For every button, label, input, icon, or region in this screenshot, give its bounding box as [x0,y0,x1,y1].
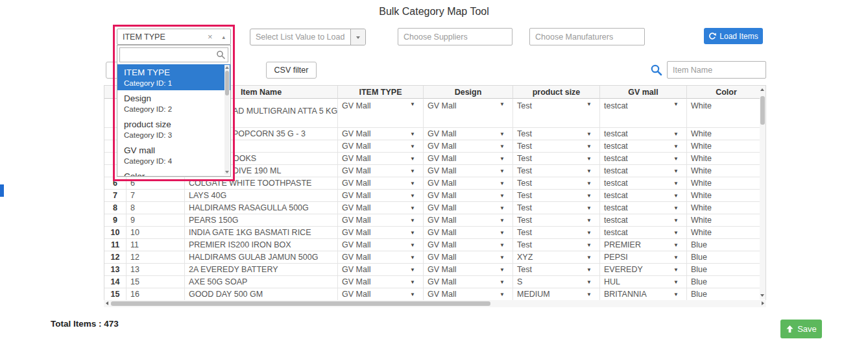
design-select[interactable]: GV Mall▼ [424,165,513,177]
scroll-left-icon[interactable] [106,301,108,305]
gv-mall-select[interactable]: EVEREDY▼ [600,264,687,276]
product-size-select[interactable]: Test▼ [513,165,600,177]
item-type-select[interactable]: GV Mall▼ [338,190,424,202]
dropdown-search-input[interactable] [119,47,228,62]
design-value: GV Mall [428,142,456,151]
item-type-select[interactable]: GV Mall▼ [338,153,424,165]
manufacturers-input[interactable] [529,28,645,45]
csv-filter-button[interactable]: CSV filter [266,62,317,79]
product-size-select[interactable]: XYZ▼ [513,251,600,264]
gv-mall-select[interactable]: BRITANNIA▼ [600,288,687,301]
scrollbar-thumb[interactable] [111,301,490,306]
product-size-select[interactable]: Test▼ [513,190,600,202]
chevron-down-icon: ▼ [500,242,505,248]
table-horizontal-scrollbar[interactable] [104,300,766,307]
load-items-button[interactable]: Load Items [704,28,763,44]
design-select[interactable]: GV Mall▼ [424,177,513,190]
item-type-select[interactable]: GV Mall▼ [338,288,424,301]
chevron-down-icon: ▼ [410,131,415,137]
product-size-select[interactable]: Test▼ [513,99,600,128]
scroll-up-icon[interactable] [760,88,764,91]
product-size-select[interactable]: Test▼ [513,140,600,153]
product-size-select[interactable]: Test▼ [513,264,600,276]
row-index: 6 [104,177,127,190]
save-button[interactable]: Save [780,320,822,338]
clear-icon[interactable]: × [208,32,213,41]
list-value-select[interactable]: Select List Value to Load [250,29,366,45]
scroll-down-icon[interactable] [760,294,764,297]
product-size-select[interactable]: Test▼ [513,128,600,140]
item-type-select[interactable]: GV Mall▼ [338,177,424,190]
product-size-select[interactable]: Test▼ [513,202,600,214]
item-type-select[interactable]: GV Mall▼ [338,227,424,239]
product-size-select[interactable]: Test▼ [513,227,600,239]
dropdown-scrollbar[interactable] [224,65,230,175]
item-type-select[interactable]: GV Mall▼ [338,239,424,251]
scrollbar-thumb[interactable] [225,71,229,95]
product-size-select[interactable]: MEDIUM▼ [513,288,600,301]
gv-mall-select[interactable]: testcat▼ [600,153,687,165]
dropdown-option[interactable]: Color [117,168,230,177]
chevron-down-icon: ▼ [500,292,505,297]
dropdown-option[interactable]: Design Category ID: 2 [117,90,230,116]
table-vertical-scrollbar[interactable] [760,86,766,299]
dropdown-option[interactable]: ITEM TYPE Category ID: 1 [117,64,230,90]
scrollbar-thumb[interactable] [760,96,765,125]
gv-mall-select[interactable]: testcat▼ [600,140,687,153]
design-select[interactable]: GV Mall▼ [424,153,513,165]
gv-mall-select[interactable]: testcat▼ [600,99,687,128]
dropdown-option[interactable]: product size Category ID: 3 [117,116,230,142]
chevron-down-icon: ▼ [673,181,679,186]
scroll-right-icon[interactable] [762,301,764,305]
gv-mall-select[interactable]: testcat▼ [600,214,687,227]
gv-mall-select[interactable]: testcat▼ [600,227,687,239]
product-size-value: Test [517,142,532,151]
gv-mall-select[interactable]: testcat▼ [600,190,687,202]
scroll-down-icon[interactable] [225,171,229,173]
gv-mall-select[interactable]: PEPSI▼ [600,251,687,264]
gv-mall-select[interactable]: testcat▼ [600,202,687,214]
search-icon[interactable] [650,64,663,77]
gv-mall-select[interactable]: testcat▼ [600,128,687,140]
item-type-select[interactable]: GV Mall▼ [338,264,424,276]
design-select[interactable]: GV Mall▼ [424,190,513,202]
product-size-select[interactable]: Test▼ [513,153,600,165]
design-select[interactable]: GV Mall▼ [424,214,513,227]
gv-mall-select[interactable]: PREMIER▼ [600,239,687,251]
item-type-select[interactable]: GV Mall▼ [338,251,424,264]
design-select[interactable]: GV Mall▼ [424,288,513,301]
design-select[interactable]: GV Mall▼ [424,99,513,128]
design-select[interactable]: GV Mall▼ [424,140,513,153]
design-select[interactable]: GV Mall▼ [424,202,513,214]
item-type-select[interactable]: GV Mall▼ [338,202,424,214]
item-type-select[interactable]: GV Mall▼ [338,99,424,128]
product-size-select[interactable]: Test▼ [513,214,600,227]
chevron-down-icon: ▼ [410,267,415,273]
gv-mall-value: testcat [604,228,628,237]
design-select[interactable]: GV Mall▼ [424,276,513,288]
design-select[interactable]: GV Mall▼ [424,264,513,276]
design-select[interactable]: GV Mall▼ [424,251,513,264]
item-name-input[interactable] [667,61,766,79]
item-type-select[interactable]: GV Mall▼ [338,140,424,153]
dropdown-option[interactable]: GV mall Category ID: 4 [117,142,230,168]
item-type-select[interactable]: GV Mall▼ [338,214,424,227]
category-select[interactable]: ITEM TYPE × ▴ [117,29,231,45]
gv-mall-select[interactable]: HUL▼ [600,276,687,288]
design-select[interactable]: GV Mall▼ [424,227,513,239]
item-type-select[interactable]: GV Mall▼ [338,276,424,288]
product-size-select[interactable]: Test▼ [513,177,600,190]
suppliers-input[interactable] [398,28,512,45]
item-type-select[interactable]: GV Mall▼ [338,128,424,140]
product-size-select[interactable]: Test▼ [513,239,600,251]
item-type-value: GV Mall [342,228,370,237]
item-type-select[interactable]: GV Mall▼ [338,165,424,177]
scroll-up-icon[interactable] [225,66,229,69]
product-size-select[interactable]: S▼ [513,276,600,288]
gv-mall-select[interactable]: testcat▼ [600,165,687,177]
design-select[interactable]: GV Mall▼ [424,128,513,140]
design-select[interactable]: GV Mall▼ [424,239,513,251]
design-value: GV Mall [428,228,456,237]
gv-mall-select[interactable]: testcat▼ [600,177,687,190]
color-value: White [691,166,712,175]
